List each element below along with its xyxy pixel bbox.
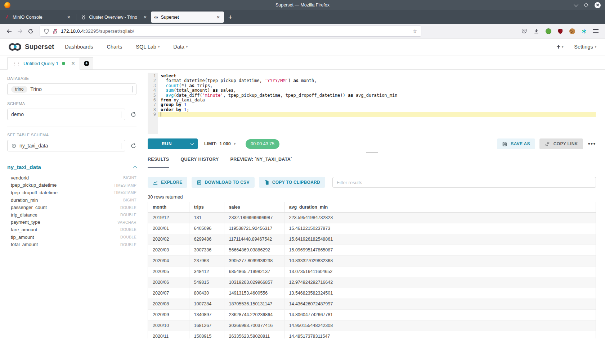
drag-handle-icon[interactable]: ⋮⋮ bbox=[12, 61, 20, 66]
code-line-2[interactable]: format_datetime(tpep_pickup_datetime, 'Y… bbox=[158, 78, 596, 83]
column-header[interactable]: avg_duration_min bbox=[284, 202, 596, 212]
run-label[interactable]: RUN bbox=[148, 138, 186, 149]
code-line-3[interactable]: count(*) as trips, bbox=[158, 83, 596, 88]
column-header[interactable]: month bbox=[148, 202, 189, 212]
nav-dashboards[interactable]: Dashboards bbox=[65, 44, 93, 50]
code-line-6[interactable]: from ny_taxi_data bbox=[158, 98, 596, 103]
code-line-7[interactable]: group by 1 bbox=[158, 103, 596, 107]
result-row: 2020/11150891526335623.5802881114.485173… bbox=[148, 331, 596, 338]
column-name: tpep_pickup_datetime bbox=[11, 182, 57, 188]
run-options-button[interactable] bbox=[186, 138, 198, 149]
results-grid[interactable]: monthtripssalesavg_duration_min 2019/121… bbox=[148, 202, 596, 338]
browser-tab-minio[interactable]: MinIO Console ✕ bbox=[1, 12, 75, 23]
line-number: 7 bbox=[148, 103, 156, 107]
menu-hamburger-icon[interactable] bbox=[593, 29, 599, 33]
download-icon[interactable] bbox=[533, 28, 539, 34]
browser-tab-title: Cluster Overview - Trino bbox=[89, 15, 140, 20]
column-header[interactable]: trips bbox=[189, 202, 224, 212]
tab-preview[interactable]: PREVIEW: `NY_TAXI_DATA` bbox=[230, 157, 292, 168]
tab-close-icon[interactable]: ✕ bbox=[143, 15, 148, 20]
column-type: BIGINT bbox=[123, 198, 136, 202]
reload-button[interactable] bbox=[25, 26, 36, 37]
sqllab-main: 123456789 select format_datetime(tpep_pi… bbox=[144, 70, 605, 364]
window-close-icon[interactable] bbox=[595, 2, 601, 8]
result-cell: 223.59541984732823 bbox=[284, 212, 596, 223]
code-line-8[interactable]: order by 1; bbox=[158, 108, 596, 112]
refresh-schema-icon[interactable] bbox=[130, 112, 136, 118]
line-number: 2 bbox=[148, 78, 156, 83]
code-line-1[interactable]: select bbox=[158, 74, 596, 78]
tab-query-history[interactable]: QUERY HISTORY bbox=[181, 157, 219, 168]
result-cell: 1508915 bbox=[189, 331, 224, 338]
sql-editor[interactable]: 123456789 select format_datetime(tpep_pi… bbox=[148, 73, 596, 134]
url-bar[interactable]: 172.18.0.4:32295/superset/sqllab/ ☆ bbox=[40, 26, 421, 37]
refresh-tables-icon[interactable] bbox=[130, 143, 136, 149]
schema-select[interactable]: demo bbox=[7, 109, 125, 120]
settings-menu[interactable]: Settings▾ bbox=[574, 44, 596, 50]
window-maximize-icon[interactable] bbox=[584, 3, 588, 8]
divider bbox=[7, 127, 136, 127]
run-button[interactable]: RUN bbox=[148, 138, 198, 149]
code-line-5[interactable]: avg(date_diff('minute', tpep_pickup_date… bbox=[158, 93, 596, 98]
tab-close-icon[interactable]: ✕ bbox=[66, 15, 71, 20]
forward-button[interactable] bbox=[14, 26, 25, 37]
nav-charts[interactable]: Charts bbox=[107, 44, 122, 50]
nav-sql-lab[interactable]: SQL Lab▾ bbox=[136, 44, 160, 50]
superset-logo bbox=[9, 43, 21, 51]
new-item-button[interactable]: +▾ bbox=[557, 43, 564, 51]
save-as-button[interactable]: SAVE AS bbox=[497, 138, 535, 149]
extension-green-icon[interactable] bbox=[546, 28, 551, 34]
more-options-button[interactable]: ••• bbox=[588, 140, 596, 147]
tab-results[interactable]: RESULTS bbox=[148, 157, 169, 168]
result-cell: 2020/06 bbox=[148, 277, 189, 288]
column-type: DOUBLE bbox=[120, 213, 136, 217]
tab-close-icon[interactable]: ✕ bbox=[216, 15, 221, 20]
add-query-tab-button[interactable]: + bbox=[80, 57, 93, 70]
table-schema-title[interactable]: ny_taxi_data bbox=[7, 164, 41, 170]
table-column-row: total_amountDOUBLE bbox=[7, 241, 136, 248]
result-row: 2020/026299486117114448.8946754215.64192… bbox=[148, 234, 596, 245]
pocket-icon[interactable] bbox=[521, 28, 527, 34]
column-type: TIMESTAMP bbox=[114, 190, 136, 195]
result-cell: 131 bbox=[189, 212, 224, 223]
colorful-asterisk-extension-icon[interactable] bbox=[581, 28, 587, 34]
column-header[interactable]: sales bbox=[224, 202, 284, 212]
chevron-down-icon: ▾ bbox=[186, 45, 188, 49]
result-cell: 2020/10 bbox=[148, 320, 189, 331]
schema-label: SCHEMA bbox=[7, 101, 136, 106]
table-select[interactable]: ny_taxi_data bbox=[7, 140, 125, 151]
explore-button[interactable]: EXPLORE bbox=[148, 177, 187, 188]
result-cell: 1007284 bbox=[189, 299, 224, 309]
insecure-lock-icon[interactable] bbox=[52, 28, 58, 34]
bookmark-star-icon[interactable]: ☆ bbox=[413, 28, 417, 35]
browser-tab-superset[interactable]: ∞ Superset ✕ bbox=[151, 12, 224, 23]
database-select[interactable]: trino Trino bbox=[7, 83, 136, 95]
query-tab-close-icon[interactable]: ✕ bbox=[71, 61, 75, 66]
window-minimize-icon[interactable] bbox=[574, 2, 578, 7]
copy-to-clipboard-button[interactable]: COPY TO CLIPBOARD bbox=[259, 177, 325, 188]
cookie-extension-icon[interactable] bbox=[569, 28, 575, 34]
copy-link-button[interactable]: COPY LINK bbox=[539, 138, 583, 149]
editor-code[interactable]: select format_datetime(tpep_pickup_datet… bbox=[158, 73, 596, 134]
line-number: 9 bbox=[148, 112, 156, 117]
tracking-shield-icon[interactable] bbox=[44, 28, 49, 34]
filter-results-input[interactable] bbox=[332, 177, 596, 188]
limit-dropdown[interactable]: LIMIT: 1 000 ▾ bbox=[204, 141, 236, 146]
new-tab-button[interactable]: + bbox=[228, 14, 232, 21]
code-line-4[interactable]: sum(total_amount) as sales, bbox=[158, 88, 596, 93]
nav-data[interactable]: Data▾ bbox=[173, 44, 188, 50]
download-csv-button[interactable]: DOWNLOAD TO CSV bbox=[192, 177, 254, 188]
plus-circle-icon: + bbox=[84, 61, 89, 66]
ublock-shield-icon[interactable] bbox=[557, 28, 563, 34]
collapse-chevron-up-icon[interactable] bbox=[133, 166, 137, 170]
table-column-row: trip_distanceDOUBLE bbox=[7, 211, 136, 219]
result-row: 2020/0654981510319263.02996685712.974924… bbox=[148, 277, 596, 288]
browser-tab-trino[interactable]: Cluster Overview - Trino ✕ bbox=[78, 12, 151, 23]
query-tab[interactable]: ⋮⋮ Untitled Query 1 ✕ bbox=[7, 57, 80, 70]
column-name: passenger_count bbox=[11, 205, 47, 210]
pane-resize-handle[interactable] bbox=[148, 150, 596, 157]
result-cell: 6854865.719982137 bbox=[224, 266, 284, 277]
back-button[interactable] bbox=[4, 26, 14, 37]
code-line-9[interactable] bbox=[158, 112, 596, 117]
table-icon bbox=[11, 143, 17, 149]
